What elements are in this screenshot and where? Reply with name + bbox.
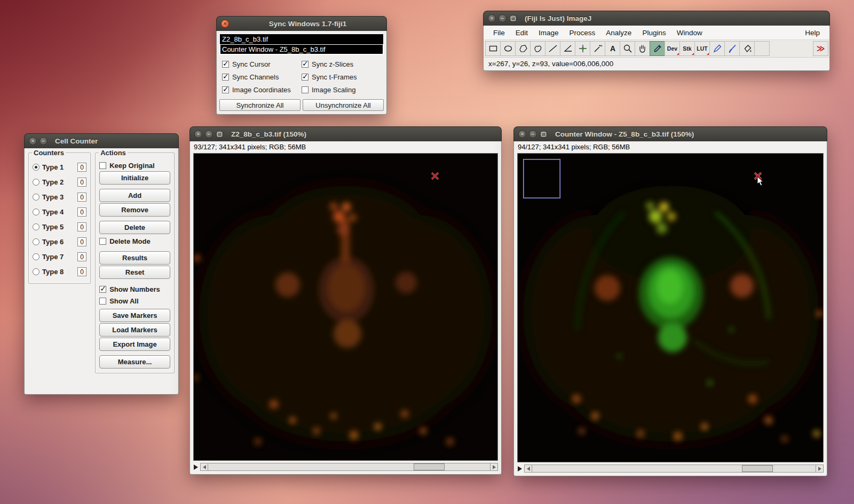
line-tool[interactable] [545,41,560,56]
show-numbers-checkbox[interactable]: Show Numbers [99,283,170,295]
close-icon[interactable] [194,130,202,138]
minimize-icon[interactable] [205,130,213,138]
more-tools-button[interactable]: ≫ [813,41,828,56]
slice-info-text: 93/127; 341x341 pixels; RGB; 56MB [193,141,498,153]
zoom-tool[interactable] [620,41,635,56]
menu-image[interactable]: Image [533,29,564,37]
text-tool[interactable]: A [605,41,620,56]
menu-help[interactable]: Help [800,29,825,37]
checkbox-label: Delete Mode [109,237,151,245]
oval-tool[interactable] [500,41,516,56]
delete-button[interactable]: Delete [99,221,170,234]
image-window-titlebar[interactable]: Counter Window - Z5_8b_c_b3.tif (150%) [513,126,827,141]
checkbox-icon [222,74,229,81]
rectangle-tool[interactable] [485,41,501,56]
list-item[interactable]: Z2_8b_c_b3.tif [220,34,383,44]
type2-row[interactable]: Type 2 0 [33,174,86,189]
play-icon[interactable] [518,466,522,471]
hand-tool[interactable] [635,41,650,56]
cell-counter-titlebar[interactable]: Cell Counter [24,133,179,148]
scroll-left-icon[interactable] [200,463,208,471]
scrollbar-track[interactable] [208,463,490,471]
image-canvas[interactable] [517,153,824,462]
reset-button[interactable]: Reset [99,266,170,279]
initialize-button[interactable]: Initialize [99,171,170,185]
scroll-left-icon[interactable] [524,465,532,473]
remove-button[interactable]: Remove [99,203,170,217]
play-icon[interactable] [194,465,198,470]
minimize-icon[interactable] [529,130,537,138]
radio-icon [33,238,39,245]
show-all-checkbox[interactable]: Show All [99,295,170,307]
imagej-main-window: (Fiji Is Just) ImageJ File Edit Image Pr… [483,11,830,71]
close-icon[interactable] [518,130,526,138]
slice-scrollbar[interactable] [517,464,824,473]
type4-row[interactable]: Type 4 0 [33,204,86,219]
type8-row[interactable]: Type 8 0 [33,264,86,279]
measure-button[interactable]: Measure... [99,355,170,369]
scrollbar-thumb[interactable] [414,463,445,470]
close-icon[interactable] [488,14,496,22]
type6-row[interactable]: Type 6 0 [33,234,86,249]
scrollbar-thumb[interactable] [742,465,773,472]
results-button[interactable]: Results [99,251,170,265]
delete-mode-checkbox[interactable]: Delete Mode [99,235,170,247]
wand-tool[interactable] [590,41,605,56]
checkbox-label: Sync Cursor [232,60,271,68]
synchronize-all-button[interactable]: Synchronize All [219,99,301,111]
maximize-icon[interactable] [509,14,517,22]
load-markers-button[interactable]: Load Markers [99,323,170,337]
slice-scrollbar[interactable] [193,462,498,471]
sync-t-frames-checkbox[interactable]: Sync t-Frames [302,73,381,81]
menu-file[interactable]: File [488,29,510,37]
close-icon[interactable] [29,137,37,145]
polygon-tool[interactable] [515,41,531,56]
roi-selection[interactable] [523,159,560,198]
image-scaling-checkbox[interactable]: Image Scaling [302,86,381,94]
minimize-icon[interactable] [39,137,48,145]
keep-original-checkbox[interactable]: Keep Original [99,159,170,171]
type-label: Type 3 [42,193,75,201]
lut-tool-menu[interactable]: LUT [694,41,710,56]
type3-row[interactable]: Type 3 0 [33,189,86,204]
scroll-right-icon[interactable] [490,463,498,471]
menu-process[interactable]: Process [564,29,601,37]
menu-window[interactable]: Window [671,29,708,37]
add-button[interactable]: Add [99,189,170,202]
menu-plugins[interactable]: Plugins [637,29,671,37]
export-image-button[interactable]: Export Image [99,338,170,351]
image-window-titlebar[interactable]: Z2_8b_c_b3.tif (150%) [189,126,502,141]
sync-z-slices-checkbox[interactable]: Sync z-Slices [302,60,381,68]
imagej-titlebar[interactable]: (Fiji Is Just) ImageJ [483,11,830,26]
stk-tool-menu[interactable]: Stk [679,41,695,56]
image-canvas[interactable] [193,153,498,461]
type5-row[interactable]: Type 5 0 [33,219,86,234]
synced-windows-list: Z2_8b_c_b3.tif Counter Window - Z5_8b_c_… [219,34,384,55]
color-picker-tool[interactable] [650,41,665,56]
list-item[interactable]: Counter Window - Z5_8b_c_b3.tif [220,44,383,54]
flood-fill-tool[interactable] [739,41,755,56]
maximize-icon[interactable] [540,130,548,138]
maximize-icon[interactable] [216,130,224,138]
close-icon[interactable] [221,20,229,28]
freehand-tool[interactable] [530,41,545,56]
sync-windows-titlebar[interactable]: Sync Windows 1.7-fiji1 [216,16,387,31]
type1-row[interactable]: Type 1 0 [33,159,86,174]
pencil-tool[interactable] [709,41,725,56]
sync-cursor-checkbox[interactable]: Sync Cursor [222,60,302,68]
angle-tool[interactable] [560,41,575,56]
menu-analyze[interactable]: Analyze [600,29,637,37]
unsynchronize-all-button[interactable]: Unsynchronize All [303,99,384,111]
save-markers-button[interactable]: Save Markers [99,309,170,322]
dev-tool-menu[interactable]: Dev [665,41,680,56]
scroll-right-icon[interactable] [816,465,824,473]
point-tool[interactable] [575,41,590,56]
sync-channels-checkbox[interactable]: Sync Channels [222,73,302,81]
scrollbar-track[interactable] [532,465,816,473]
image-coordinates-checkbox[interactable]: Image Coordinates [222,86,302,94]
type7-row[interactable]: Type 7 0 [33,249,86,264]
type-label: Type 7 [42,253,75,261]
menu-edit[interactable]: Edit [510,29,533,37]
minimize-icon[interactable] [499,14,507,22]
paintbrush-tool[interactable] [724,41,740,56]
